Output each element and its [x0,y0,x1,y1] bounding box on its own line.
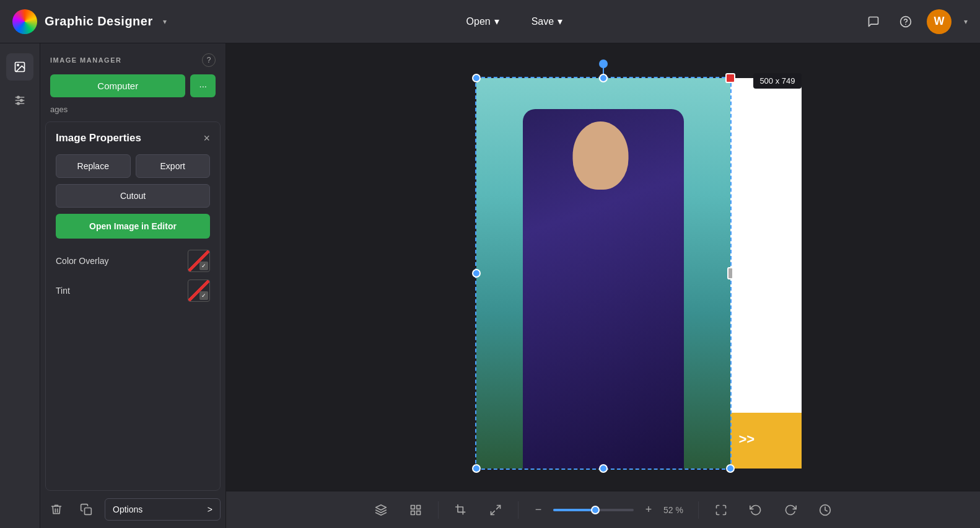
history-button[interactable] [813,498,838,522]
user-dropdown-icon[interactable]: ▾ [964,17,968,26]
crop-button[interactable] [448,498,473,522]
handle-mid-right[interactable] [727,267,733,279]
svg-point-3 [17,64,19,66]
computer-button[interactable]: Computer [50,74,185,97]
main-content: IMAGE MANAGER ? Computer ··· ages Image … [0,43,980,528]
handle-top-left[interactable] [472,74,481,82]
svg-marker-11 [376,504,387,509]
bottom-actions: Options > [40,491,225,528]
ip-title: Image Properties [56,132,141,144]
canvas-image-element[interactable]: >> [476,78,730,469]
user-avatar[interactable]: W [927,9,952,34]
yellow-text: >> [739,431,755,447]
svg-point-8 [20,99,22,101]
handle-bottom-center[interactable] [599,464,608,473]
header-right: W ▾ [862,9,968,34]
header: Graphic Designer ▾ Open ▾ Save ▾ W ▾ [0,0,980,43]
zoom-slider-thumb[interactable] [591,506,600,514]
svg-rect-13 [417,505,421,509]
canvas-area: >> [226,43,980,528]
layers-icon [375,504,387,516]
fit-button[interactable] [709,498,733,522]
zoom-label: 52 % [663,505,688,515]
zoom-slider-fill [553,509,595,511]
history-icon [819,504,831,516]
tint-label: Tint [56,286,70,296]
panel: IMAGE MANAGER ? Computer ··· ages Image … [40,43,226,528]
svg-rect-12 [411,505,415,509]
ip-close-button[interactable]: × [203,133,210,144]
zoom-slider[interactable] [553,509,634,511]
svg-rect-10 [85,508,92,515]
images-tab[interactable]: ages [40,105,225,121]
export-button[interactable]: Export [136,154,211,178]
image-placeholder [476,78,730,469]
image-icon [14,61,26,73]
open-editor-button[interactable]: Open Image in Editor [56,214,210,239]
sidebar-icon-image[interactable] [6,53,33,81]
save-dropdown-icon: ▾ [558,15,562,27]
tint-swatch[interactable]: ✓ [188,279,210,302]
color-overlay-swatch[interactable]: ✓ [188,250,210,272]
grid-icon [409,504,422,516]
header-left: Graphic Designer ▾ [12,9,167,34]
tint-swatch-check: ✓ [199,291,208,300]
yellow-block: >> [730,413,802,469]
app-title: Graphic Designer [45,14,153,29]
svg-point-9 [17,102,19,104]
image-manager-title: IMAGE MANAGER [50,56,121,64]
rotation-handle[interactable] [599,59,608,68]
zoom-in-button[interactable]: + [639,500,658,520]
expand-icon [489,504,502,516]
sidebar-icon-adjust[interactable] [6,87,33,114]
options-arrow-icon: > [208,504,212,514]
crop-icon [455,504,467,516]
delete-button[interactable] [45,498,68,521]
toolbar-separator-1 [438,501,439,519]
canvas-workspace[interactable]: >> [226,43,980,491]
undo-icon [750,504,762,516]
trash-icon [50,503,63,516]
grid-button[interactable] [403,498,428,522]
duplicate-button[interactable] [75,498,97,521]
svg-line-16 [497,505,501,509]
undo-button[interactable] [743,498,768,522]
zoom-out-button[interactable]: − [528,500,548,520]
image-manager-buttons: Computer ··· [40,74,225,105]
app-logo [12,9,37,34]
layers-button[interactable] [369,498,393,522]
chat-icon-button[interactable] [862,11,885,33]
redo-icon [784,504,797,516]
image-manager-header: IMAGE MANAGER ? [40,43,225,74]
white-extension: >> [730,78,802,469]
toolbar-separator-3 [698,501,699,519]
svg-line-17 [491,511,495,514]
handle-bottom-right[interactable] [726,464,735,473]
options-button[interactable]: Options > [105,498,221,521]
swatch-check: ✓ [199,262,208,270]
save-button[interactable]: Save ▾ [522,11,572,32]
help-icon [899,15,912,28]
handle-mid-left[interactable] [472,269,481,278]
image-manager-help-button[interactable]: ? [202,53,216,67]
handle-top-right[interactable] [725,73,735,83]
replace-button[interactable]: Replace [56,154,131,178]
help-icon-button[interactable] [895,11,917,33]
copy-icon [80,503,92,516]
open-button[interactable]: Open ▾ [457,11,509,32]
cutout-button[interactable]: Cutout [56,184,210,208]
ip-header: Image Properties × [56,132,210,144]
svg-rect-14 [411,511,415,514]
model-head [572,121,628,190]
tint-row: Tint ✓ [56,279,210,302]
handle-top-center[interactable] [599,74,608,82]
sidebar-icons [0,43,40,528]
expand-button[interactable] [483,498,508,522]
open-dropdown-icon: ▾ [494,15,499,27]
ip-action-row: Replace Export [56,154,210,178]
more-button[interactable]: ··· [190,74,216,97]
image-properties-panel: Image Properties × Replace Export Cutout… [45,121,221,491]
sliders-icon [14,94,26,107]
redo-button[interactable] [778,498,803,522]
handle-bottom-left[interactable] [472,464,481,473]
